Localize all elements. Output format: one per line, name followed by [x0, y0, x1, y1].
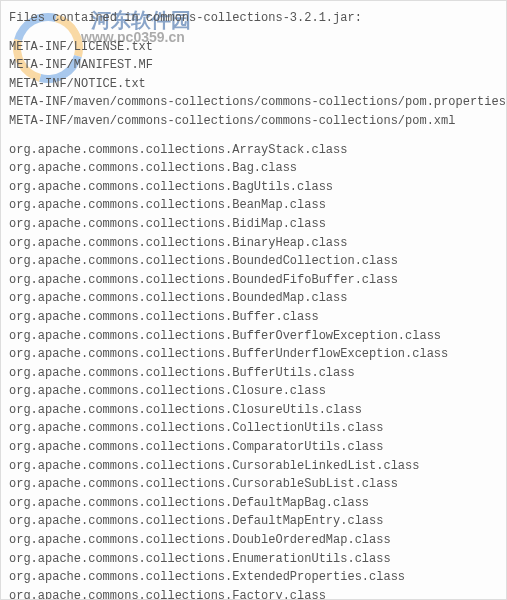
file-line: org.apache.commons.collections.BoundedMa…	[9, 289, 498, 308]
file-line: org.apache.commons.collections.ArrayStac…	[9, 141, 498, 160]
file-line: org.apache.commons.collections.ClosureUt…	[9, 401, 498, 420]
file-line: org.apache.commons.collections.Cursorabl…	[9, 457, 498, 476]
file-line: META-INF/MANIFEST.MF	[9, 56, 498, 75]
file-line: org.apache.commons.collections.BufferUti…	[9, 364, 498, 383]
file-line: org.apache.commons.collections.BagUtils.…	[9, 178, 498, 197]
file-line: org.apache.commons.collections.BinaryHea…	[9, 234, 498, 253]
file-line: org.apache.commons.collections.Bag.class	[9, 159, 498, 178]
file-line: org.apache.commons.collections.BoundedCo…	[9, 252, 498, 271]
file-line: META-INF/maven/commons-collections/commo…	[9, 93, 498, 112]
file-line: META-INF/LICENSE.txt	[9, 38, 498, 57]
file-line: org.apache.commons.collections.DoubleOrd…	[9, 531, 498, 550]
class-files-section: org.apache.commons.collections.ArrayStac…	[9, 141, 498, 600]
file-line: org.apache.commons.collections.Buffer.cl…	[9, 308, 498, 327]
file-line: org.apache.commons.collections.BoundedFi…	[9, 271, 498, 290]
meta-inf-section: META-INF/LICENSE.txt META-INF/MANIFEST.M…	[9, 38, 498, 131]
file-line: org.apache.commons.collections.Collectio…	[9, 419, 498, 438]
file-line: org.apache.commons.collections.Comparato…	[9, 438, 498, 457]
file-line: org.apache.commons.collections.BidiMap.c…	[9, 215, 498, 234]
file-line: org.apache.commons.collections.Closure.c…	[9, 382, 498, 401]
file-line: org.apache.commons.collections.BufferUnd…	[9, 345, 498, 364]
file-line: org.apache.commons.collections.DefaultMa…	[9, 494, 498, 513]
file-line: org.apache.commons.collections.BufferOve…	[9, 327, 498, 346]
file-line: META-INF/NOTICE.txt	[9, 75, 498, 94]
file-line: org.apache.commons.collections.DefaultMa…	[9, 512, 498, 531]
file-line: META-INF/maven/commons-collections/commo…	[9, 112, 498, 131]
file-line: org.apache.commons.collections.ExtendedP…	[9, 568, 498, 587]
file-line: org.apache.commons.collections.Cursorabl…	[9, 475, 498, 494]
file-line: org.apache.commons.collections.Factory.c…	[9, 587, 498, 600]
file-line: org.apache.commons.collections.BeanMap.c…	[9, 196, 498, 215]
listing-header: Files contained in commons-collections-3…	[9, 9, 498, 28]
file-listing-content: Files contained in commons-collections-3…	[9, 9, 498, 600]
file-line: org.apache.commons.collections.Enumerati…	[9, 550, 498, 569]
